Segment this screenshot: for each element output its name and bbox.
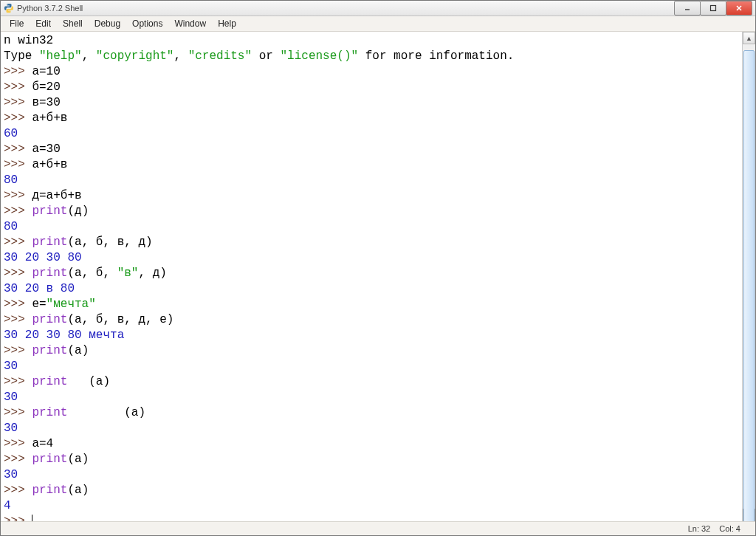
content-area: n win32Type "help", "copyright", "credit…	[1, 32, 755, 521]
vertical-scrollbar[interactable]: ▲ ▼	[742, 32, 755, 521]
menu-debug[interactable]: Debug	[89, 17, 126, 30]
code-line[interactable]: >>> а=10	[4, 64, 739, 80]
code-line[interactable]: >>> print(а, б, в, д)	[4, 235, 739, 250]
code-line[interactable]: 30	[4, 421, 739, 436]
code-line[interactable]: >>> а=4	[4, 436, 739, 452]
status-col: Col: 4	[719, 524, 740, 533]
code-line[interactable]: >>> е="мечта"	[4, 297, 739, 312]
window-control-buttons	[675, 1, 752, 16]
scroll-thumb[interactable]	[743, 50, 755, 521]
scroll-track[interactable]	[743, 44, 755, 509]
status-line: Ln: 32	[688, 524, 711, 533]
code-line[interactable]: >>> print(а, б, "в", д)	[4, 266, 739, 281]
code-line[interactable]: 80	[4, 173, 739, 188]
window-title: Python 3.7.2 Shell	[17, 4, 83, 13]
code-line[interactable]: 60	[4, 126, 739, 142]
code-line[interactable]: >>> print(а)	[4, 343, 739, 359]
menu-edit[interactable]: Edit	[30, 17, 57, 30]
code-line[interactable]: 30 20 30 80 мечта	[4, 328, 739, 343]
code-line[interactable]: 30	[4, 390, 739, 405]
code-line[interactable]: >>> print (а)	[4, 405, 739, 421]
shell-editor[interactable]: n win32Type "help", "copyright", "credit…	[1, 32, 742, 521]
code-line[interactable]: 4	[4, 498, 739, 514]
status-bar: Ln: 32 Col: 4	[1, 521, 755, 535]
code-line[interactable]: Type "help", "copyright", "credits" or "…	[4, 49, 739, 64]
code-line[interactable]: 80	[4, 219, 739, 235]
menu-file[interactable]: File	[4, 17, 30, 30]
minimize-button[interactable]	[674, 1, 701, 16]
maximize-button[interactable]	[700, 1, 726, 16]
code-line[interactable]: >>> print(а)	[4, 483, 739, 498]
code-line[interactable]: >>> print (а)	[4, 374, 739, 390]
menu-options[interactable]: Options	[126, 17, 168, 30]
svg-rect-1	[711, 6, 716, 11]
title-bar[interactable]: Python 3.7.2 Shell	[1, 1, 755, 16]
close-button[interactable]	[726, 1, 752, 16]
shell-window: Python 3.7.2 Shell File Edit Shell Debug…	[0, 0, 756, 536]
menu-window[interactable]: Window	[168, 17, 212, 30]
code-line[interactable]: n win32	[4, 33, 739, 49]
code-line[interactable]: >>> а+б+в	[4, 157, 739, 173]
menu-shell[interactable]: Shell	[57, 17, 89, 30]
code-line[interactable]: >>> б=20	[4, 80, 739, 95]
scroll-up-button[interactable]: ▲	[743, 32, 755, 44]
code-line[interactable]: >>> print(а)	[4, 452, 739, 467]
code-line[interactable]: >>> в=30	[4, 95, 739, 111]
code-line[interactable]: >>>	[4, 514, 739, 521]
code-line[interactable]: 30	[4, 467, 739, 483]
code-line[interactable]: >>> print(д)	[4, 204, 739, 219]
code-line[interactable]: >>> а+б+в	[4, 111, 739, 126]
code-line[interactable]: 30 20 в 80	[4, 281, 739, 297]
menu-help[interactable]: Help	[212, 17, 242, 30]
menu-bar: File Edit Shell Debug Options Window Hel…	[1, 16, 755, 32]
code-line[interactable]: 30	[4, 359, 739, 374]
code-line[interactable]: >>> а=30	[4, 142, 739, 157]
code-line[interactable]: >>> print(а, б, в, д, е)	[4, 312, 739, 328]
code-line[interactable]: >>> д=а+б+в	[4, 188, 739, 204]
code-line[interactable]: 30 20 30 80	[4, 250, 739, 266]
python-icon	[4, 3, 14, 13]
text-cursor	[32, 515, 40, 521]
